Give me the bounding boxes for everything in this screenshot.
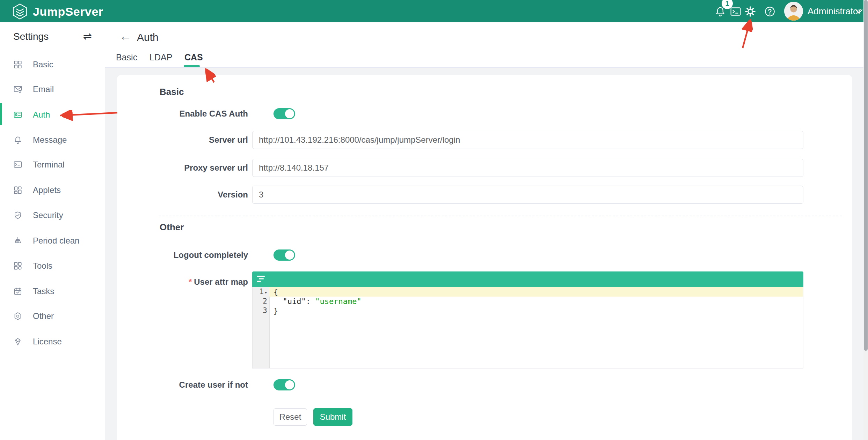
create-user-if-not-label: Create user if not — [179, 379, 248, 391]
sidebar-item-terminal[interactable]: Terminal — [0, 157, 105, 172]
chevron-down-icon[interactable] — [855, 9, 863, 14]
json-string-value: "username" — [315, 297, 361, 306]
email-icon — [13, 85, 22, 94]
sidebar-item-message[interactable]: Message — [0, 132, 105, 148]
code-line: "uid": "username" — [269, 297, 803, 306]
broom-icon — [13, 236, 22, 245]
editor-gutter: 1▾ 2 3 — [253, 287, 270, 368]
sidebar-item-license[interactable]: License — [0, 334, 105, 349]
logout-completely-toggle[interactable] — [273, 249, 295, 261]
page-header: ← Auth Basic LDAP CAS — [105, 22, 864, 68]
tab-basic[interactable]: Basic — [116, 52, 137, 62]
shield-check-icon — [13, 211, 22, 220]
sidebar-item-tools[interactable]: Tools — [0, 258, 105, 274]
avatar[interactable] — [784, 2, 803, 21]
sidebar-title: Settings — [13, 31, 49, 42]
create-user-if-not-toggle[interactable] — [273, 379, 295, 390]
required-asterisk: * — [189, 277, 192, 286]
sidebar-item-period-clean[interactable]: Period clean — [0, 233, 105, 248]
code-line: { — [269, 287, 803, 297]
content-area: Basic Enable CAS Auth Server url Proxy s… — [105, 67, 864, 440]
sidebar-item-basic[interactable]: Basic — [0, 57, 105, 72]
logout-completely-label: Logout completely — [174, 249, 248, 261]
sidebar-item-label: Period clean — [33, 236, 79, 246]
sidebar-collapse-icon[interactable]: ⇌ — [83, 30, 92, 42]
sidebar-item-label: Basic — [33, 60, 53, 69]
id-card-icon — [13, 110, 22, 119]
fold-arrow-icon[interactable]: ▾ — [264, 290, 267, 295]
applets-grid-icon — [13, 186, 22, 195]
section-title-other: Other — [160, 222, 184, 233]
sidebar-item-applets[interactable]: Applets — [0, 182, 105, 198]
sidebar-item-other[interactable]: Other — [0, 308, 105, 324]
sidebar-item-security[interactable]: Security — [0, 208, 105, 223]
toggle-knob — [285, 251, 294, 260]
web-terminal-icon[interactable] — [730, 6, 741, 17]
enable-cas-auth-toggle[interactable] — [273, 108, 295, 119]
line-number: 1▾ — [253, 287, 267, 297]
server-url-input[interactable] — [252, 131, 803, 149]
section-divider — [159, 216, 842, 216]
calendar-check-icon — [13, 287, 22, 296]
back-arrow-icon[interactable]: ← — [119, 30, 131, 42]
proxy-server-url-label: Proxy server url — [184, 162, 248, 174]
toggle-knob — [285, 109, 294, 118]
line-number: 2 — [253, 297, 267, 306]
page-title: Auth — [137, 31, 159, 43]
license-gem-icon — [13, 337, 22, 346]
sidebar-item-tasks[interactable]: Tasks — [0, 284, 105, 299]
editor-toolbar — [252, 271, 803, 287]
line-number: 3 — [253, 306, 267, 315]
server-url-label: Server url — [209, 134, 248, 146]
terminal-icon — [13, 160, 22, 169]
sidebar-item-label: Tools — [33, 261, 52, 271]
tab-ldap[interactable]: LDAP — [149, 52, 172, 62]
tools-icon — [13, 261, 22, 270]
sidebar-item-label: License — [33, 337, 62, 346]
jumpserver-logo[interactable]: JumpServer — [12, 3, 103, 20]
grid-icon — [13, 60, 22, 69]
sidebar-item-label: Security — [33, 210, 63, 220]
sidebar-item-label: Message — [33, 135, 67, 145]
version-input[interactable] — [252, 186, 803, 204]
sidebar-item-auth[interactable]: Auth — [0, 107, 105, 122]
sidebar-item-email[interactable]: Email — [0, 82, 105, 97]
user-attr-map-editor[interactable]: 1▾ 2 3 { "uid": "username" } — [252, 271, 803, 368]
reset-button[interactable]: Reset — [273, 408, 307, 426]
settings-sidebar: Settings ⇌ Basic Email Auth — [0, 22, 105, 440]
section-title-basic: Basic — [160, 87, 184, 97]
user-attr-map-label: *User attr map — [189, 276, 248, 288]
sidebar-item-label: Other — [33, 311, 54, 321]
toggle-knob — [285, 380, 294, 389]
sidebar-item-label: Tasks — [33, 286, 54, 296]
enable-cas-auth-label: Enable CAS Auth — [180, 108, 248, 120]
hexagon-dot-icon — [13, 312, 22, 321]
code-line: } — [269, 306, 803, 315]
bell-icon — [13, 135, 22, 144]
active-tab-underline — [184, 65, 200, 67]
proxy-server-url-input[interactable] — [252, 159, 803, 177]
tab-cas[interactable]: CAS — [184, 52, 203, 62]
top-bar: JumpServer 1 — [0, 0, 868, 22]
jumpserver-settings-page: JumpServer 1 — [0, 0, 868, 440]
editor-code-area[interactable]: 1▾ 2 3 { "uid": "username" } — [252, 287, 803, 368]
version-label: Version — [218, 189, 248, 201]
current-user-name[interactable]: Administrator — [808, 6, 861, 17]
submit-button[interactable]: Submit — [313, 408, 352, 426]
scrollbar-thumb[interactable] — [864, 0, 868, 351]
help-icon[interactable] — [764, 6, 775, 17]
logo-text: JumpServer — [33, 5, 103, 18]
settings-gear-icon[interactable] — [745, 6, 756, 17]
scrollbar-track[interactable] — [863, 0, 868, 440]
format-code-icon[interactable] — [257, 275, 266, 283]
sidebar-item-label: Terminal — [33, 160, 65, 170]
cas-settings-card: Basic Enable CAS Auth Server url Proxy s… — [117, 75, 852, 440]
sidebar-item-label: Email — [33, 84, 54, 94]
sidebar-item-label: Applets — [33, 185, 61, 195]
sidebar-item-label: Auth — [33, 110, 50, 120]
jumpserver-logo-icon — [12, 3, 28, 20]
